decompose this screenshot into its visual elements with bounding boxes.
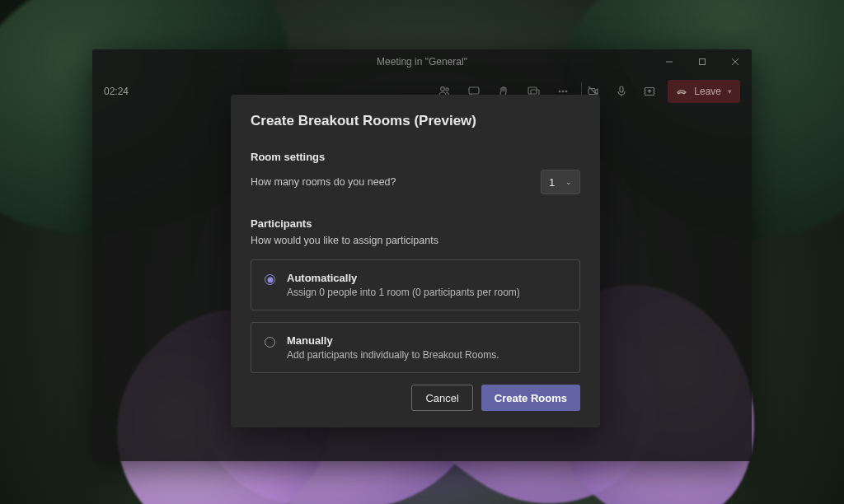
option-subtitle: Assign 0 people into 1 room (0 participa… xyxy=(287,287,520,298)
create-breakout-rooms-dialog: Create Breakout Rooms (Preview) Room set… xyxy=(231,95,600,427)
room-count-question: How many rooms do you need? xyxy=(251,176,396,188)
participants-question: How would you like to assign participant… xyxy=(251,235,580,246)
svg-point-4 xyxy=(441,87,445,91)
room-count-value: 1 xyxy=(549,176,555,189)
svg-point-11 xyxy=(565,91,568,93)
meeting-timer: 02:24 xyxy=(104,86,129,97)
assign-option-automatically[interactable]: Automatically Assign 0 people into 1 roo… xyxy=(251,259,580,310)
room-settings-heading: Room settings xyxy=(251,151,580,163)
maximize-button[interactable] xyxy=(686,49,719,74)
close-button[interactable] xyxy=(719,49,752,74)
svg-point-5 xyxy=(446,88,448,91)
option-title: Manually xyxy=(287,334,499,347)
leave-button[interactable]: Leave ▾ xyxy=(668,80,740,103)
create-rooms-button[interactable]: Create Rooms xyxy=(481,385,580,411)
svg-point-10 xyxy=(562,91,565,93)
svg-rect-6 xyxy=(469,87,479,94)
svg-point-9 xyxy=(559,91,561,93)
share-icon[interactable] xyxy=(643,85,656,98)
radio-automatically[interactable] xyxy=(265,274,275,285)
svg-rect-7 xyxy=(528,87,537,94)
window-title: Meeting in "General" xyxy=(377,56,467,68)
room-count-select[interactable]: 1 ⌄ xyxy=(541,170,580,194)
cancel-button[interactable]: Cancel xyxy=(411,385,472,411)
hangup-icon xyxy=(676,86,687,97)
option-title: Automatically xyxy=(287,272,520,284)
option-subtitle: Add participants individually to Breakou… xyxy=(287,349,499,361)
radio-manually[interactable] xyxy=(265,337,275,348)
chevron-down-icon: ⌄ xyxy=(565,178,572,186)
titlebar: Meeting in "General" xyxy=(92,49,752,74)
svg-rect-14 xyxy=(620,86,623,92)
dialog-title: Create Breakout Rooms (Preview) xyxy=(251,113,580,129)
chevron-down-icon: ▾ xyxy=(728,87,732,96)
mic-icon[interactable] xyxy=(615,85,628,98)
dialog-actions: Cancel Create Rooms xyxy=(251,385,580,411)
window-controls xyxy=(653,49,752,74)
participants-heading: Participants xyxy=(251,217,580,230)
leave-label: Leave xyxy=(694,86,721,97)
svg-rect-1 xyxy=(700,59,706,65)
minimize-button[interactable] xyxy=(653,49,686,74)
assign-option-manually[interactable]: Manually Add participants individually t… xyxy=(251,322,580,373)
